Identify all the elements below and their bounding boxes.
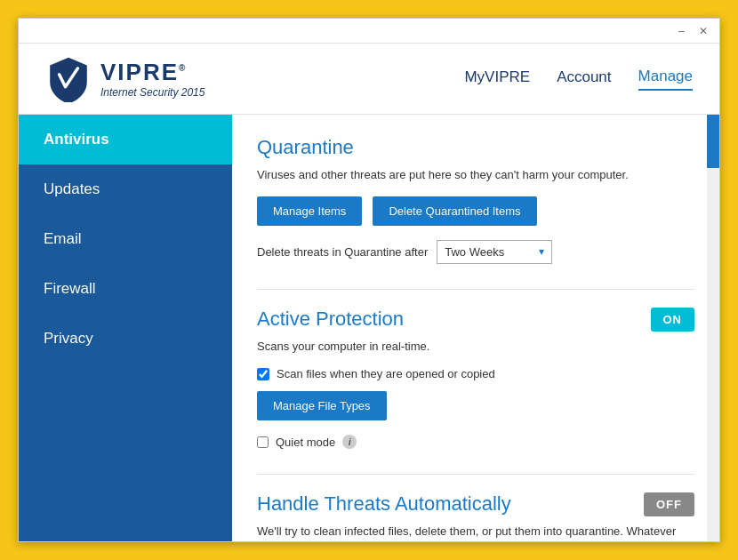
- sidebar-item-privacy[interactable]: Privacy: [19, 314, 232, 364]
- handle-threats-toggle[interactable]: OFF: [644, 492, 694, 516]
- scrollbar-track: [707, 115, 719, 541]
- scan-files-row: Scan files when they are opened or copie…: [257, 367, 694, 380]
- quarantine-buttons: Manage Items Delete Quarantined Items: [257, 196, 694, 226]
- active-protection-section: Active Protection ON Scans your computer…: [257, 308, 694, 450]
- handle-threats-section: Handle Threats Automatically OFF We'll t…: [257, 492, 694, 541]
- close-button[interactable]: ✕: [694, 23, 712, 39]
- sidebar-item-firewall[interactable]: Firewall: [19, 264, 232, 314]
- delete-quarantined-button[interactable]: Delete Quarantined Items: [373, 196, 536, 226]
- sidebar-item-updates[interactable]: Updates: [19, 164, 232, 214]
- sidebar-item-email[interactable]: Email: [19, 214, 232, 264]
- manage-file-types-button[interactable]: Manage File Types: [257, 391, 387, 420]
- scrollbar-thumb[interactable]: [707, 115, 719, 168]
- quiet-mode-row: Quiet mode i: [257, 435, 694, 449]
- quarantine-section: Quarantine Viruses and other threats are…: [257, 136, 694, 264]
- divider-1: [257, 289, 694, 290]
- logo-text: VIPRE® Internet Security 2015: [100, 59, 205, 99]
- delete-after-label: Delete threats in Quarantine after: [257, 245, 428, 259]
- quiet-mode-checkbox[interactable]: [257, 436, 269, 448]
- delete-after-row: Delete threats in Quarantine after Two W…: [257, 240, 694, 264]
- divider-2: [257, 474, 694, 475]
- quarantine-title: Quarantine: [257, 136, 694, 159]
- file-types-row: Manage File Types: [257, 391, 694, 420]
- handle-threats-description: We'll try to clean infected files, delet…: [257, 523, 694, 541]
- nav-myvipre[interactable]: MyVIPRE: [464, 68, 530, 90]
- top-nav: MyVIPRE Account Manage: [464, 68, 693, 91]
- dropdown-arrow-icon: ▾: [539, 245, 544, 258]
- nav-account[interactable]: Account: [557, 68, 611, 90]
- handle-threats-title: Handle Threats Automatically: [257, 492, 511, 516]
- quarantine-description: Viruses and other threats are put here s…: [257, 166, 694, 184]
- handle-threats-header: Handle Threats Automatically OFF: [257, 492, 694, 523]
- active-protection-title: Active Protection: [257, 308, 404, 331]
- logo-subtitle: Internet Security 2015: [100, 86, 205, 99]
- sidebar: Antivirus Updates Email Firewall Privacy: [19, 115, 232, 541]
- active-protection-toggle[interactable]: ON: [651, 308, 695, 332]
- scan-files-label: Scan files when they are opened or copie…: [277, 367, 495, 380]
- quarantine-period-dropdown[interactable]: Two Weeks ▾: [437, 240, 552, 264]
- body: Antivirus Updates Email Firewall Privacy…: [19, 115, 719, 541]
- sidebar-item-antivirus[interactable]: Antivirus: [19, 115, 232, 164]
- quiet-mode-info-icon[interactable]: i: [342, 435, 357, 449]
- title-bar: – ✕: [19, 19, 719, 44]
- quiet-mode-label: Quiet mode: [276, 436, 335, 449]
- vipre-logo-icon: [45, 56, 92, 102]
- scan-files-checkbox[interactable]: [257, 368, 269, 380]
- active-protection-header: Active Protection ON: [257, 308, 694, 338]
- dropdown-value: Two Weeks: [445, 245, 504, 259]
- logo-vipre-text: VIPRE®: [100, 59, 205, 86]
- logo: VIPRE® Internet Security 2015: [45, 56, 205, 102]
- minimize-button[interactable]: –: [674, 23, 689, 39]
- manage-items-button[interactable]: Manage Items: [257, 196, 362, 226]
- content-area: Quarantine Viruses and other threats are…: [232, 115, 719, 541]
- active-protection-description: Scans your computer in real-time.: [257, 338, 694, 356]
- main-window: – ✕ VIPRE® Internet Security 2015 MyVIPR…: [18, 18, 720, 542]
- header: VIPRE® Internet Security 2015 MyVIPRE Ac…: [19, 44, 719, 115]
- nav-manage[interactable]: Manage: [638, 68, 693, 91]
